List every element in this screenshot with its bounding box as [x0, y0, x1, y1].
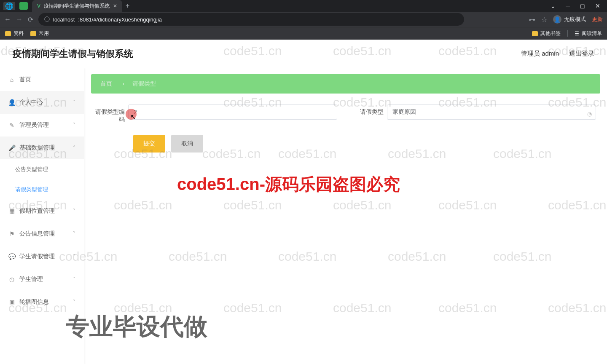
folder-icon [532, 31, 538, 36]
cancel-button[interactable]: 取消 [171, 135, 203, 153]
sidebar-item-notice[interactable]: ⚑公告信息管理˅ [0, 222, 84, 245]
sidebar-item-student-leave[interactable]: 💬学生请假管理˅ [0, 245, 84, 268]
sidebar-item-carousel[interactable]: ▣轮播图信息˅ [0, 291, 84, 313]
user-icon: 👤 [8, 99, 15, 106]
url-rest: :8081/#/dictionaryXueshengqingjia [78, 16, 162, 23]
bookmark-folder-2[interactable]: 常用 [30, 30, 49, 37]
url-field[interactable]: ⓘ localhost:8081/#/dictionaryXueshengqin… [38, 13, 464, 26]
sidebar-item-home[interactable]: ⌂首页 [0, 68, 84, 91]
chevron-down-icon: ˅ [73, 231, 75, 237]
chevron-down-icon: ˅ [73, 299, 75, 305]
admin-icon: ✎ [8, 122, 15, 128]
form: 请假类型编码 请假类型 ◔ 提交 取消 [91, 104, 600, 153]
image-icon: ▣ [8, 299, 15, 305]
type-label: 请假类型 [354, 104, 384, 115]
chevron-up-icon: ˄ [73, 145, 75, 151]
incognito-icon: 👤 [553, 15, 561, 24]
app: 疫情期间学生请假与销假系统 管理员 admin 退出登录 ⌂首页 👤个人中心˅ … [0, 40, 607, 364]
logout-button[interactable]: 退出登录 [569, 50, 594, 58]
maximize-button[interactable]: ◻ [580, 3, 585, 9]
incognito-badge: 👤 无痕模式 [553, 15, 586, 24]
app-body: ⌂首页 👤个人中心˅ ✎管理员管理˅ 🎤基础数据管理˄ 公告类型管理 请假类型管… [0, 68, 607, 364]
new-tab-button[interactable]: + [126, 2, 129, 10]
app-header: 疫情期间学生请假与销假系统 管理员 admin 退出登录 [0, 40, 607, 68]
code-input[interactable] [128, 104, 337, 120]
close-window-button[interactable]: ✕ [595, 3, 600, 9]
forward-button[interactable]: → [16, 16, 23, 23]
bookmark-bar: 资料 常用 其他书签 ☰阅读清单 [0, 27, 607, 40]
sidebar: ⌂首页 👤个人中心˅ ✎管理员管理˅ 🎤基础数据管理˄ 公告类型管理 请假类型管… [0, 68, 84, 364]
user-label[interactable]: 管理员 admin [521, 50, 559, 58]
grid-icon: ▦ [8, 208, 15, 214]
chat-icon: 💬 [8, 253, 15, 260]
chevron-down-icon: ˅ [73, 99, 75, 105]
address-bar: ← → ⟳ ⓘ localhost:8081/#/dictionaryXuesh… [0, 12, 607, 27]
breadcrumb-home[interactable]: 首页 [100, 80, 112, 88]
app-title: 疫情期间学生请假与销假系统 [13, 48, 133, 60]
list-icon: ☰ [575, 31, 579, 37]
code-label: 请假类型编码 [95, 104, 125, 123]
tab-strip: 🌐 V 疫情期间学生请假与销假系统 ✕ + ⌄ ─ ◻ ✕ [0, 0, 607, 12]
key-icon[interactable]: ⊶ [529, 16, 535, 24]
submit-button[interactable]: 提交 [133, 135, 165, 153]
tab-inactive-2[interactable] [18, 2, 30, 10]
bookmark-folder-1[interactable]: 资料 [5, 30, 24, 37]
sidebar-sub-leave-type[interactable]: 请假类型管理 [0, 179, 84, 200]
tab-title: 疫情期间学生请假与销假系统 [44, 3, 110, 10]
home-icon: ⌂ [8, 76, 15, 83]
incognito-label: 无痕模式 [564, 16, 586, 23]
reading-list[interactable]: ☰阅读清单 [575, 30, 602, 37]
mic-icon: 🎤 [8, 145, 15, 151]
tab-inactive-1[interactable]: 🌐 [3, 2, 15, 10]
flag-icon: ⚑ [8, 230, 15, 237]
tab-active[interactable]: V 疫情期间学生请假与销假系统 ✕ [32, 0, 122, 12]
divider [567, 30, 568, 37]
other-bookmarks[interactable]: 其他书签 [532, 30, 561, 37]
url-host: localhost [53, 16, 75, 23]
minimize-button[interactable]: ─ [566, 3, 570, 9]
type-input[interactable] [387, 104, 596, 120]
tab-close-icon[interactable]: ✕ [113, 3, 117, 9]
sidebar-item-student-mgmt[interactable]: ◷学生管理˅ [0, 268, 84, 291]
reload-button[interactable]: ⟳ [28, 16, 33, 24]
breadcrumb-current: 请假类型 [132, 80, 156, 88]
divider [525, 30, 525, 37]
sidebar-item-admin[interactable]: ✎管理员管理˅ [0, 114, 84, 136]
sidebar-sub-notice-type[interactable]: 公告类型管理 [0, 159, 84, 179]
breadcrumb: 首页 → 请假类型 [91, 74, 600, 94]
content: 首页 → 请假类型 请假类型编码 请假类型 ◔ 提 [84, 68, 607, 364]
chevron-down-icon: ˅ [73, 276, 75, 282]
folder-icon [30, 31, 36, 36]
window-controls: ⌄ ─ ◻ ✕ [551, 3, 604, 9]
chevron-down-icon: ˅ [73, 254, 75, 260]
chevron-down-icon: ˅ [73, 122, 75, 128]
info-icon: ⓘ [44, 16, 50, 23]
update-button[interactable]: 更新 [592, 16, 603, 23]
folder-icon [5, 31, 11, 36]
chevron-down-icon: ˅ [73, 208, 75, 214]
back-button[interactable]: ← [4, 16, 11, 23]
sidebar-item-personal[interactable]: 👤个人中心˅ [0, 91, 84, 114]
sidebar-item-basedata[interactable]: 🎤基础数据管理˄ [0, 136, 84, 159]
arrow-icon: → [119, 80, 126, 88]
sidebar-item-vacation[interactable]: ▦假期位置管理˅ [0, 200, 84, 222]
clock-icon: ◷ [8, 276, 15, 283]
star-icon[interactable]: ☆ [541, 16, 547, 24]
browser-chrome: 🌐 V 疫情期间学生请假与销假系统 ✕ + ⌄ ─ ◻ ✕ ← → ⟳ ⓘ lo… [0, 0, 607, 40]
caret-down-icon[interactable]: ⌄ [551, 3, 556, 9]
